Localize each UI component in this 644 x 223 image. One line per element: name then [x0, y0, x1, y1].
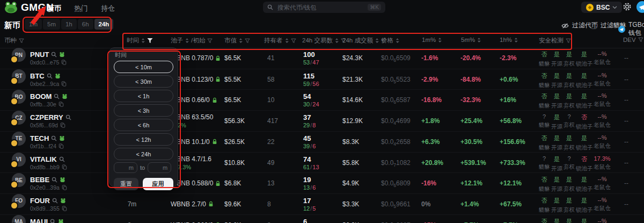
token-name: PNUT — [30, 51, 49, 59]
token-row-PNUT[interactable]: PNPNUT0xdc0...e75WBNB 0.787/0$6.5K411005… — [0, 48, 644, 69]
time-min-input[interactable] — [114, 162, 137, 173]
copy-icon[interactable] — [58, 102, 64, 107]
security-check-弃权: 是弃权 — [563, 215, 575, 223]
token-row-BOOM[interactable]: BOBOOM0xffb...30eWBNB 0.66/0$6.5K105430/… — [0, 89, 644, 111]
time-option-1[interactable]: < 10m — [114, 61, 173, 73]
price-prefix: $0.0 — [381, 159, 393, 167]
sort-icon[interactable] — [438, 37, 442, 43]
token-row-TECH[interactable]: TETECH0xf1b...f24WBNB 10.1/0$26.5K224539… — [0, 131, 644, 153]
search-input[interactable] — [276, 4, 364, 11]
token-search-icon[interactable] — [54, 93, 60, 99]
sort-icon[interactable] — [285, 38, 289, 44]
sort-icon[interactable] — [239, 38, 243, 44]
search-bar[interactable]: ⌘K — [263, 2, 385, 13]
sort-icon[interactable] — [185, 38, 189, 44]
nav-trending[interactable]: 热门 — [74, 4, 88, 13]
column-header-10[interactable]: 5m% — [461, 37, 481, 43]
volume-24h: $8.3K — [342, 138, 359, 146]
chain-badge-icon — [10, 160, 18, 168]
column-header-12[interactable]: 安全检测 — [539, 37, 571, 45]
column-header-2[interactable]: 时间 — [127, 37, 153, 45]
column-header-1[interactable]: 币种 — [4, 37, 24, 45]
buy-count: 39 — [303, 143, 310, 149]
copy-icon[interactable] — [62, 164, 67, 170]
copy-icon[interactable] — [61, 60, 67, 65]
security-value: ? — [563, 113, 575, 120]
timeframe-button-5m[interactable]: 5m — [43, 19, 60, 30]
nav-holdings[interactable]: 持仓 — [101, 4, 115, 13]
settings-gear-icon[interactable] — [623, 2, 632, 11]
security-check-开源: 是开源 — [551, 48, 563, 68]
time-max-input[interactable] — [148, 162, 171, 173]
apply-button[interactable]: 应用 — [143, 178, 173, 190]
chain-badge-icon — [10, 55, 18, 63]
copy-icon[interactable] — [60, 123, 65, 128]
time-option-4[interactable]: < 3h — [114, 104, 173, 117]
chain-selector[interactable]: BSC — [581, 2, 622, 13]
column-header-6[interactable]: 24h 交易数 — [302, 37, 346, 45]
copy-icon[interactable] — [61, 81, 67, 87]
token-row-BTC[interactable]: BTBTC0xbe2...9caWBNB 0.123/0$5.5K5811559… — [0, 69, 644, 90]
token-row-FOUR[interactable]: FOFOUR0x8d9...3557mWBNB 2.7/0$9.6K81712/… — [0, 193, 644, 215]
column-header-9[interactable]: 1m% — [422, 37, 442, 43]
security-check-弃权: 是弃权 — [563, 48, 575, 68]
token-avatar: VI — [12, 153, 26, 167]
column-header-3[interactable]: 池子/初始 — [171, 37, 213, 45]
timeframe-button-6h[interactable]: 6h — [78, 19, 93, 30]
filter-funnel-icon[interactable] — [638, 37, 643, 42]
sort-icon[interactable] — [141, 38, 145, 44]
gmgn-gem-icon — [60, 177, 65, 183]
copy-icon[interactable] — [62, 185, 67, 190]
token-search-icon[interactable] — [65, 114, 71, 120]
token-search-icon[interactable] — [52, 177, 57, 183]
column-header-4[interactable]: 市值 — [224, 37, 250, 45]
telegram-icon[interactable] — [636, 1, 644, 13]
filter-funnel-icon[interactable] — [245, 38, 250, 44]
timeframe-button-24h[interactable]: 24h — [94, 19, 114, 30]
token-search-icon[interactable] — [51, 135, 57, 141]
market-cap: $6.8K — [224, 179, 241, 187]
filter-funnel-icon[interactable] — [207, 38, 213, 44]
nav-new-coin[interactable]: 新币 — [47, 4, 61, 13]
token-search-icon[interactable] — [50, 219, 56, 223]
price-prefix: $0.0 — [381, 76, 393, 83]
reset-button[interactable]: 重置 — [114, 178, 138, 190]
sort-icon[interactable] — [514, 37, 518, 43]
honeypot-checkbox[interactable] — [590, 22, 597, 29]
security-value: 是 — [575, 51, 593, 59]
token-search-icon[interactable] — [51, 52, 57, 57]
token-row-VITALIK[interactable]: VIVITALIK0xd8b...bb9WBNB 4.7/1.67.3%$10.… — [0, 152, 644, 174]
copy-icon[interactable] — [62, 206, 67, 211]
token-search-icon[interactable] — [47, 73, 53, 79]
filter-funnel-icon[interactable] — [19, 38, 24, 44]
timeframe-button-1h[interactable]: 1h — [61, 19, 77, 30]
security-label: 弃权 — [563, 121, 575, 129]
column-header-7[interactable]: 24h 成交额 — [342, 37, 386, 45]
column-header-13[interactable]: DEV — [623, 37, 643, 43]
token-row-BEBE[interactable]: BEBEBE0x2e0...39aWBNB 0.588/0$6.8K131913… — [0, 172, 644, 194]
sort-icon[interactable] — [335, 38, 339, 44]
column-header-5[interactable]: 持有者 — [264, 37, 296, 45]
time-option-2[interactable]: < 30m — [114, 75, 173, 88]
time-option-5[interactable]: < 6h — [114, 119, 173, 131]
column-header-8[interactable]: 价格 — [381, 37, 399, 45]
gmgn-logo[interactable]: GMGN — [4, 2, 54, 13]
token-row-CZPERRY[interactable]: CZCZPERRY0x5f6...69dWBNB 63.5/502%$56.3K… — [0, 110, 644, 132]
sort-icon[interactable] — [396, 38, 399, 44]
copy-icon[interactable] — [58, 143, 64, 149]
sort-icon[interactable] — [477, 37, 481, 43]
timeframe-button-1m[interactable]: 1m — [25, 19, 42, 30]
time-option-6[interactable]: < 12h — [114, 133, 173, 146]
token-search-icon[interactable] — [59, 156, 65, 162]
token-row-MAUI[interactable]: MAMAUI8mWBNB 0.362/0$6.6K36$2.3K$0.06669… — [0, 214, 644, 223]
filter-funnel-icon[interactable] — [566, 38, 571, 44]
column-header-11[interactable]: 1h% — [500, 37, 518, 43]
token-search-icon[interactable] — [52, 198, 58, 204]
time-option-7[interactable]: < 24h — [114, 148, 173, 160]
filter-funnel-icon[interactable] — [291, 38, 296, 44]
time-option-3[interactable]: < 1h — [114, 90, 173, 102]
security-check-老鼠仓: --%老鼠仓 — [593, 48, 611, 66]
filter-funnel-active-icon[interactable] — [147, 38, 153, 44]
sort-icon[interactable] — [375, 38, 379, 44]
chain-badge-icon — [10, 202, 18, 210]
